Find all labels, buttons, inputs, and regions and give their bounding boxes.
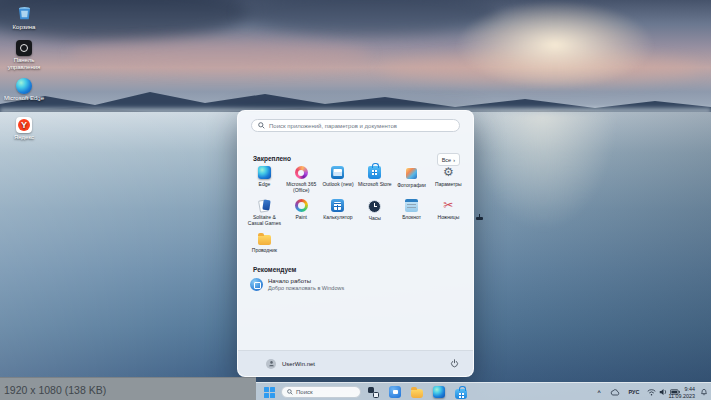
pinned-app-label: Параметры — [430, 181, 467, 187]
recommended-item-get-started[interactable]: Начало работы Добро пожаловать в Windows — [250, 278, 390, 291]
pinned-app-solitaire[interactable]: Solitaire & Casual Games — [246, 199, 283, 226]
bell-icon — [700, 388, 708, 396]
desktop-icon-label: Корзина — [2, 24, 46, 31]
search-icon — [287, 389, 293, 395]
pinned-app-paint[interactable]: Paint — [283, 199, 320, 226]
pinned-row-3: Проводник — [246, 232, 467, 253]
pinned-app-microsoft-store[interactable]: Microsoft Store — [356, 166, 393, 193]
pinned-app-notepad[interactable]: Блокнот — [393, 199, 430, 226]
taskbar-search[interactable]: Поиск — [281, 386, 361, 398]
desktop-icon-recycle-bin[interactable]: Корзина — [2, 4, 46, 31]
task-view-icon — [368, 387, 379, 398]
language-label: РУС — [629, 389, 640, 395]
pinned-app-label: Edge — [246, 181, 283, 187]
pinned-app-edge[interactable]: Edge — [246, 166, 283, 193]
desktop-screen: Корзина Панель управления Microsoft Edge… — [0, 0, 711, 400]
power-icon[interactable] — [450, 359, 459, 368]
clock-icon — [368, 200, 381, 213]
pinned-app-label: Часы — [356, 215, 393, 221]
cloud-pink-left — [70, 40, 370, 70]
onedrive-tray-button[interactable] — [608, 385, 622, 399]
pinned-app-label: Проводник — [246, 247, 283, 253]
start-button[interactable] — [262, 385, 276, 399]
desktop-icon-yandex[interactable]: Y Яндекс — [2, 117, 46, 141]
paint-icon — [295, 199, 308, 212]
pinned-app-label: Калькулятор — [320, 214, 357, 220]
chevron-right-icon: › — [453, 157, 455, 163]
get-started-icon — [250, 278, 263, 291]
edge-icon — [258, 166, 271, 179]
clock[interactable]: 9:44 11.09.2023 — [668, 386, 695, 400]
pinned-heading: Закреплено — [253, 155, 291, 162]
desktop-icon-label: Яндекс — [2, 134, 46, 141]
edge-button[interactable] — [432, 385, 446, 399]
pinned-app-calculator[interactable]: Калькулятор — [320, 199, 357, 226]
pinned-app-label: Solitaire & Casual Games — [246, 214, 283, 226]
notepad-icon — [405, 199, 418, 212]
recommended-heading: Рекомендуем — [253, 266, 296, 273]
pinned-app-settings[interactable]: ⚙ Параметры — [430, 166, 467, 193]
cloud-icon — [610, 389, 620, 396]
pinned-app-label: Фотографии — [393, 182, 430, 188]
chat-button[interactable] — [388, 385, 402, 399]
account-name[interactable]: UserWin.net — [282, 361, 315, 367]
pinned-app-label: Microsoft Store — [356, 181, 393, 187]
pinned-row-2: Solitaire & Casual Games Paint Калькулят… — [246, 199, 467, 226]
pinned-app-label: Outlook (new) — [320, 181, 357, 187]
start-search-input[interactable]: Поиск приложений, параметров и документо… — [251, 119, 460, 132]
start-menu: Поиск приложений, параметров и документо… — [237, 110, 474, 377]
gear-icon: ⚙ — [442, 166, 455, 179]
boat — [476, 217, 483, 220]
all-apps-label: Все — [442, 157, 451, 163]
photos-icon — [405, 167, 418, 180]
folder-icon — [258, 235, 271, 245]
wifi-icon — [647, 388, 656, 396]
clock-time: 9:44 — [668, 386, 695, 393]
pinned-app-file-explorer[interactable]: Проводник — [246, 232, 283, 253]
image-caption-bar: 1920 x 1080 (138 KB) — [0, 377, 256, 400]
pinned-row-1: Edge Microsoft 365 (Office) Outlook (new… — [246, 166, 467, 193]
desktop-icon-control-app[interactable]: Панель управления — [2, 40, 46, 71]
microsoft-store-icon — [455, 389, 467, 399]
task-view-button[interactable] — [366, 385, 380, 399]
taskbar-search-label: Поиск — [296, 389, 313, 395]
pinned-app-outlook[interactable]: Outlook (new) — [320, 166, 357, 193]
recommended-title: Начало работы — [268, 278, 344, 284]
pinned-app-label: Блокнот — [393, 214, 430, 220]
pinned-app-clock[interactable]: Часы — [356, 199, 393, 226]
microsoft-store-icon — [368, 166, 381, 179]
notification-center-button[interactable] — [697, 385, 711, 399]
language-indicator[interactable]: РУС — [625, 385, 643, 399]
search-placeholder: Поиск приложений, параметров и документо… — [269, 123, 397, 129]
tray-overflow-button[interactable]: ^ — [592, 385, 606, 399]
calculator-icon — [331, 199, 344, 212]
recommended-subtitle: Добро пожаловать в Windows — [268, 285, 344, 291]
person-icon — [268, 360, 275, 367]
edge-icon — [16, 78, 32, 94]
yandex-browser-icon: Y — [16, 117, 32, 133]
desktop-icon-edge[interactable]: Microsoft Edge — [2, 78, 46, 102]
speaker-icon — [659, 388, 668, 396]
pinned-app-label: Microsoft 365 (Office) — [283, 181, 320, 193]
edge-icon — [433, 386, 445, 398]
desktop-icon-label: Microsoft Edge — [2, 95, 46, 102]
store-button[interactable] — [454, 385, 468, 399]
windows-logo-icon — [264, 387, 275, 398]
desktop-icon-label: Панель управления — [2, 57, 46, 71]
file-explorer-button[interactable] — [410, 385, 424, 399]
pinned-app-photos[interactable]: Фотографии — [393, 166, 430, 193]
clock-date: 11.09.2023 — [668, 393, 695, 400]
pinned-app-label: Ножницы — [430, 214, 467, 220]
solitaire-icon — [258, 199, 271, 212]
folder-icon — [411, 389, 423, 398]
chevron-up-icon: ^ — [597, 389, 600, 395]
sun-reflection — [468, 112, 618, 232]
pinned-app-microsoft-365[interactable]: Microsoft 365 (Office) — [283, 166, 320, 193]
start-menu-footer: UserWin.net — [238, 350, 473, 376]
pinned-app-snipping-tool[interactable]: ✂ Ножницы — [430, 199, 467, 226]
user-avatar[interactable] — [266, 359, 276, 369]
search-icon — [258, 122, 265, 129]
outlook-icon — [331, 166, 344, 179]
image-dimensions-label: 1920 x 1080 (138 KB) — [4, 384, 106, 396]
chat-icon — [389, 386, 401, 398]
